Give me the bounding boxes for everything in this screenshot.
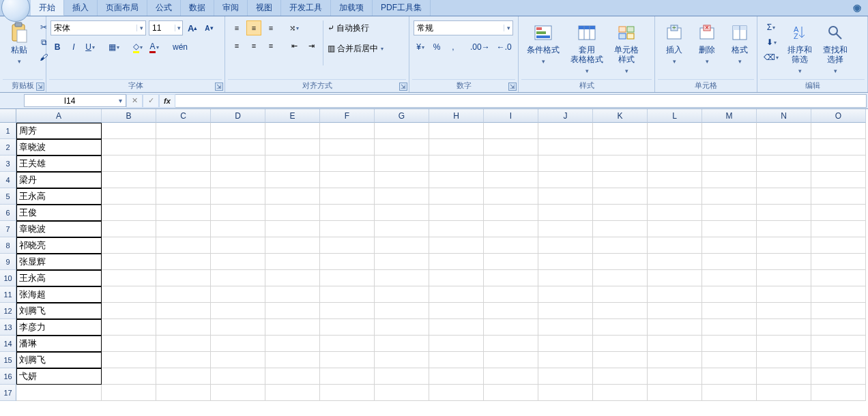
cell[interactable]: [265, 205, 320, 221]
decrease-decimal-button[interactable]: ←.0: [495, 40, 514, 54]
cell[interactable]: [320, 139, 375, 155]
increase-indent-button[interactable]: ⇥: [304, 38, 319, 53]
cell[interactable]: [320, 123, 375, 139]
cell[interactable]: [484, 270, 538, 286]
cell[interactable]: [757, 385, 811, 401]
decrease-font-button[interactable]: A▾: [202, 21, 216, 35]
cell[interactable]: 王永高: [16, 188, 102, 205]
cell[interactable]: [429, 336, 484, 352]
font-size-dropdown-icon[interactable]: ▾: [175, 25, 182, 31]
row-header[interactable]: 15: [0, 352, 16, 368]
cell[interactable]: [429, 385, 484, 401]
cell[interactable]: [211, 123, 265, 139]
cell[interactable]: [757, 221, 811, 237]
cell[interactable]: [156, 270, 211, 286]
cell[interactable]: [648, 385, 702, 401]
font-name-dropdown-icon[interactable]: ▾: [136, 25, 145, 31]
column-header[interactable]: G: [375, 109, 429, 123]
clipboard-dialog-launcher[interactable]: ⇲: [36, 83, 44, 91]
cell[interactable]: [538, 303, 593, 319]
cell[interactable]: [429, 368, 484, 385]
cell[interactable]: [375, 368, 429, 385]
cell[interactable]: [648, 221, 702, 237]
cell[interactable]: [156, 205, 211, 221]
column-header[interactable]: D: [211, 109, 265, 123]
cell[interactable]: [702, 352, 757, 368]
cell[interactable]: 王关雄: [16, 155, 102, 172]
tab-formulas[interactable]: 公式: [147, 0, 181, 16]
row-header[interactable]: 3: [0, 155, 16, 172]
cell[interactable]: [811, 270, 866, 286]
cell[interactable]: [593, 319, 648, 336]
increase-decimal-button[interactable]: .00→: [468, 40, 492, 54]
cell[interactable]: [757, 254, 811, 270]
cell[interactable]: [811, 237, 866, 254]
row-header[interactable]: 8: [0, 237, 16, 254]
cell[interactable]: [702, 123, 757, 139]
cell[interactable]: [538, 221, 593, 237]
cell[interactable]: [156, 385, 211, 401]
cell[interactable]: [757, 237, 811, 254]
cell[interactable]: [102, 155, 156, 172]
cell[interactable]: [757, 188, 811, 205]
cell[interactable]: [811, 139, 866, 155]
wrap-text-button[interactable]: ⤶ 自动换行: [328, 20, 384, 35]
number-format-input[interactable]: [414, 23, 504, 33]
cell[interactable]: 弋妍: [16, 368, 102, 385]
cell[interactable]: [757, 172, 811, 188]
cell[interactable]: [593, 172, 648, 188]
cell[interactable]: [538, 254, 593, 270]
cell[interactable]: [702, 385, 757, 401]
cell[interactable]: [538, 319, 593, 336]
cell[interactable]: [538, 336, 593, 352]
cell[interactable]: [757, 139, 811, 155]
cell[interactable]: [102, 319, 156, 336]
cell[interactable]: [211, 336, 265, 352]
cell[interactable]: [375, 303, 429, 319]
cell[interactable]: [156, 237, 211, 254]
help-icon[interactable]: ◉: [853, 0, 861, 16]
cell[interactable]: [265, 221, 320, 237]
orientation-button[interactable]: ⤭: [287, 20, 302, 35]
cell[interactable]: [265, 237, 320, 254]
cell[interactable]: [211, 221, 265, 237]
cell[interactable]: [538, 188, 593, 205]
cell[interactable]: [429, 254, 484, 270]
cell[interactable]: [102, 221, 156, 237]
cell[interactable]: [102, 270, 156, 286]
cell[interactable]: [375, 123, 429, 139]
cell[interactable]: 李彦力: [16, 319, 102, 336]
cell[interactable]: [593, 270, 648, 286]
autosum-button[interactable]: Σ: [762, 20, 781, 34]
format-cells-button[interactable]: 格式: [725, 20, 755, 67]
cell[interactable]: [375, 172, 429, 188]
cell[interactable]: [211, 385, 265, 401]
conditional-formatting-button[interactable]: 条件格式: [523, 20, 564, 67]
cell[interactable]: [265, 155, 320, 172]
cell[interactable]: [102, 205, 156, 221]
cell[interactable]: 王俊: [16, 205, 102, 221]
number-format-combo[interactable]: ▾: [414, 20, 513, 35]
formula-input[interactable]: [175, 94, 867, 108]
row-header[interactable]: 12: [0, 303, 16, 319]
bold-button[interactable]: B: [50, 40, 64, 54]
cell[interactable]: [320, 336, 375, 352]
cell[interactable]: [375, 254, 429, 270]
cell[interactable]: [648, 303, 702, 319]
cell[interactable]: [320, 385, 375, 401]
cell[interactable]: [811, 172, 866, 188]
align-left-button[interactable]: ≡: [229, 38, 244, 53]
cell[interactable]: [484, 155, 538, 172]
cell[interactable]: [211, 319, 265, 336]
cell[interactable]: [320, 172, 375, 188]
cell[interactable]: [648, 336, 702, 352]
font-color-button[interactable]: A: [147, 40, 161, 54]
cell[interactable]: [375, 286, 429, 303]
cell[interactable]: [702, 172, 757, 188]
cell[interactable]: [811, 205, 866, 221]
cell[interactable]: [429, 237, 484, 254]
accounting-format-button[interactable]: ¥: [414, 40, 427, 54]
cell[interactable]: [648, 254, 702, 270]
cell[interactable]: [702, 188, 757, 205]
cancel-formula-button[interactable]: ✕: [126, 94, 143, 108]
